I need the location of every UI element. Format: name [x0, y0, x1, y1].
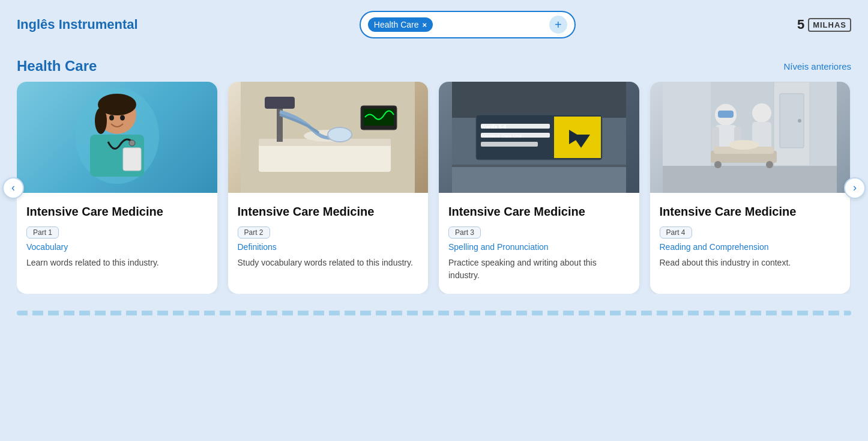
svg-text:Wards 5-6: Wards 5-6	[481, 124, 507, 130]
svg-point-46	[714, 161, 722, 168]
close-icon[interactable]: ×	[423, 21, 427, 29]
card-2-desc: Study vocabulary words related to this i…	[238, 257, 419, 269]
svg-point-49	[798, 119, 801, 123]
card-1-title: Intensive Care Medicine	[26, 204, 208, 219]
svg-point-7	[120, 115, 125, 121]
svg-rect-34	[810, 82, 837, 166]
svg-point-47	[766, 161, 773, 168]
card-4[interactable]: Intensive Care Medicine Part 4 Reading a…	[650, 82, 851, 294]
milhas-container: 5 MILHAS	[797, 17, 851, 32]
card-1[interactable]: Intensive Care Medicine Part 1 Vocabular…	[17, 82, 217, 294]
svg-point-15	[328, 127, 352, 142]
card-1-body: Intensive Care Medicine Part 1 Vocabular…	[17, 193, 217, 294]
card-2-body: Intensive Care Medicine Part 2 Definitio…	[228, 193, 429, 294]
app-title: Inglês Instrumental	[17, 17, 138, 32]
header: Inglês Instrumental Health Care × + 5 MI…	[0, 0, 868, 47]
card-1-part: Part 1	[26, 227, 59, 239]
progress-bar	[17, 311, 851, 315]
card-1-skill[interactable]: Vocabulary	[26, 242, 208, 252]
niveis-anteriores-link[interactable]: Níveis anteriores	[783, 61, 851, 71]
search-bar[interactable]: Health Care × +	[360, 11, 576, 38]
card-1-desc: Learn words related to this industry.	[26, 257, 208, 269]
card-2-part: Part 2	[238, 227, 270, 239]
svg-rect-10	[259, 142, 391, 172]
prev-arrow-button[interactable]: ‹	[2, 177, 24, 199]
milhas-label: MILHAS	[808, 18, 851, 32]
card-3-image: Wards 5-6 Intensive Care Unit	[439, 82, 639, 193]
card-3[interactable]: Wards 5-6 Intensive Care Unit Intensive …	[439, 82, 639, 294]
svg-point-45	[729, 140, 759, 150]
card-4-title: Intensive Care Medicine	[660, 204, 841, 219]
section-header: Health Care Níveis anteriores	[0, 47, 868, 82]
milhas-count: 5	[797, 17, 804, 32]
card-3-part: Part 3	[448, 227, 481, 239]
svg-point-3	[95, 108, 107, 134]
card-4-desc: Read about this industry in context.	[660, 257, 841, 269]
add-filter-button[interactable]: +	[549, 16, 567, 34]
svg-rect-26	[481, 142, 538, 147]
card-4-skill[interactable]: Reading and Comprehension	[660, 242, 841, 252]
svg-rect-35	[663, 82, 711, 166]
card-3-body: Intensive Care Medicine Part 3 Spelling …	[439, 193, 639, 294]
svg-rect-14	[265, 97, 295, 109]
card-4-image	[650, 82, 851, 193]
card-1-image	[17, 82, 217, 193]
svg-point-5	[129, 140, 135, 146]
card-4-body: Intensive Care Medicine Part 4 Reading a…	[650, 193, 851, 294]
card-3-desc: Practice speaking and writing about this…	[448, 257, 630, 282]
card-4-part: Part 4	[660, 227, 692, 239]
cards-row: Intensive Care Medicine Part 1 Vocabular…	[17, 82, 851, 294]
tag-label: Health Care	[374, 20, 419, 29]
next-arrow-button[interactable]: ›	[844, 177, 866, 199]
cards-wrapper: ‹	[0, 82, 868, 294]
card-2-image	[228, 82, 429, 193]
svg-point-6	[109, 115, 114, 121]
svg-point-41	[752, 103, 771, 123]
svg-rect-40	[718, 111, 734, 118]
card-2[interactable]: Intensive Care Medicine Part 2 Definitio…	[228, 82, 429, 294]
tag-chip[interactable]: Health Care ×	[368, 17, 433, 32]
card-2-title: Intensive Care Medicine	[238, 204, 419, 219]
section-title: Health Care	[17, 58, 97, 75]
svg-rect-32	[663, 166, 837, 193]
svg-rect-8	[123, 148, 141, 171]
svg-rect-29	[452, 166, 626, 193]
card-3-skill[interactable]: Spelling and Pronunciation	[448, 242, 630, 252]
svg-rect-30	[452, 165, 626, 167]
svg-rect-19	[452, 82, 626, 118]
card-2-skill[interactable]: Definitions	[238, 242, 419, 252]
svg-text:Intensive Care Unit: Intensive Care Unit	[481, 133, 522, 139]
card-3-title: Intensive Care Medicine	[448, 204, 630, 219]
